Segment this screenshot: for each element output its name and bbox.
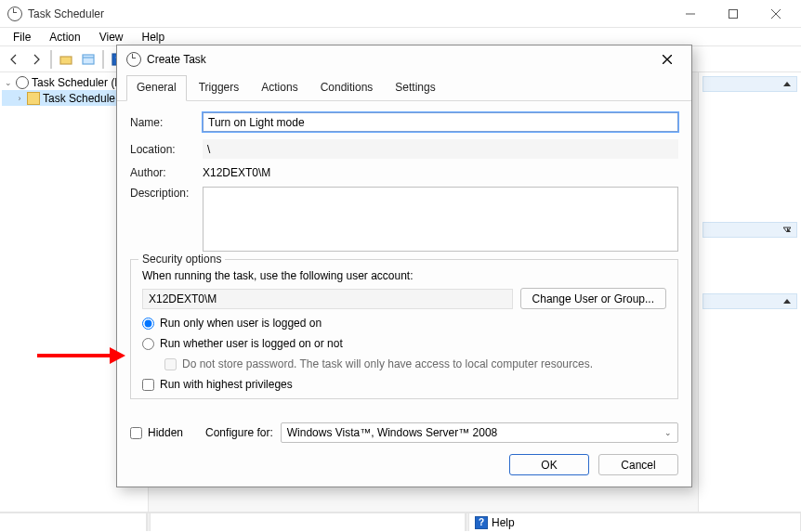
chk-highest-priv-input[interactable] [142,379,154,391]
radio-run-logged-on[interactable]: Run only when user is logged on [142,317,666,330]
dialog-bottom-row: Hidden Configure for: Windows Vista™, Wi… [117,413,691,447]
location-label: Location: [130,143,203,156]
tab-actions[interactable]: Actions [251,75,308,100]
dialog-tabs: General Triggers Actions Conditions Sett… [117,75,691,101]
window-controls [669,0,797,28]
radio-run-logged-on-input[interactable] [142,318,154,330]
status-help-label: Help [492,516,515,529]
svg-rect-4 [60,57,72,64]
security-prompt: When running the task, use the following… [142,269,666,282]
expand-icon[interactable]: › [15,94,24,103]
configure-for-value: Windows Vista™, Windows Server™ 2008 [287,426,498,439]
clock-icon [16,76,29,89]
minimize-button[interactable] [669,0,712,28]
clock-icon [126,52,141,67]
tab-triggers[interactable]: Triggers [189,75,250,100]
tab-settings[interactable]: Settings [385,75,445,100]
tab-conditions[interactable]: Conditions [310,75,384,100]
back-button[interactable] [4,49,24,70]
toolbar-divider [50,50,52,69]
dialog-close-button[interactable] [649,47,686,71]
name-input[interactable] [203,112,678,132]
maximize-button[interactable] [712,0,755,28]
help-icon: ? [475,516,488,529]
change-user-button[interactable]: Change User or Group... [520,288,666,309]
chk-hidden[interactable]: Hidden [130,426,183,439]
status-bar: ? Help [0,513,801,531]
chevron-down-icon: ⌄ [664,428,672,437]
description-input[interactable] [203,187,678,252]
collapse-icon[interactable]: ⌄ [4,78,13,87]
svg-rect-1 [729,9,738,18]
forward-button[interactable] [26,49,46,70]
author-label: Author: [130,166,203,179]
location-value: \ [203,139,678,159]
svg-marker-9 [783,82,791,86]
security-options-group: Security options When running the task, … [130,259,678,399]
cancel-button[interactable]: Cancel [598,454,678,475]
chk-hidden-input[interactable] [130,427,142,439]
status-cell-help: ? Help [469,513,801,531]
menu-action[interactable]: Action [40,30,89,45]
chk-no-store-pw-label: Do not store password. The task will onl… [182,357,593,370]
panel-button[interactable] [78,49,98,70]
clock-icon [7,6,22,21]
radio-run-logged-on-label: Run only when user is logged on [160,317,322,330]
menu-file[interactable]: File [4,30,40,45]
radio-run-whether-label: Run whether user is logged on or not [160,337,343,350]
menu-bar: File Action View Help [0,28,801,46]
svg-rect-5 [83,55,94,64]
description-label: Description: [130,187,203,200]
toolbar-divider-2 [102,50,104,69]
create-task-dialog: Create Task General Triggers Actions Con… [116,45,692,487]
folder-icon [27,92,40,105]
user-account-field: X12DEXT0\M [142,289,513,309]
chk-highest-priv-label: Run with highest privileges [160,378,293,391]
actions-pane [699,72,801,512]
radio-run-whether[interactable]: Run whether user is logged on or not [142,337,666,350]
status-cell-mid [151,513,466,531]
dialog-buttons: OK Cancel [117,447,691,487]
dialog-body: Name: Location: \ Author: X12DEXT0\M Des… [117,101,691,413]
chk-no-store-pw-input [164,358,177,370]
ok-button[interactable]: OK [509,454,589,475]
actions-collapse-1[interactable] [703,76,797,92]
tree-library-label: Task Schedule [43,92,115,105]
menu-help[interactable]: Help [133,30,175,45]
chk-highest-priv[interactable]: Run with highest privileges [142,378,666,391]
actions-collapse-3[interactable] [703,293,797,309]
actions-collapse-2[interactable] [703,222,797,238]
tab-general[interactable]: General [126,75,187,101]
name-label: Name: [130,116,203,129]
configure-for-dropdown[interactable]: Windows Vista™, Windows Server™ 2008 ⌄ [281,422,678,443]
svg-marker-12 [783,299,791,304]
folder-button[interactable] [56,49,76,70]
dialog-titlebar: Create Task [117,45,691,73]
chk-hidden-label: Hidden [148,426,183,439]
main-titlebar: Task Scheduler [0,0,801,28]
tree-root-label: Task Scheduler (L [32,76,121,89]
window-title: Task Scheduler [28,7,669,20]
dialog-title: Create Task [147,53,649,66]
chk-no-store-pw: Do not store password. The task will onl… [164,357,666,370]
author-value: X12DEXT0\M [203,166,270,179]
status-cell-left [0,513,147,531]
radio-run-whether-input[interactable] [142,338,154,350]
security-options-legend: Security options [138,253,225,266]
configure-for-label: Configure for: [205,426,273,439]
close-button[interactable] [755,0,797,28]
menu-view[interactable]: View [90,30,133,45]
